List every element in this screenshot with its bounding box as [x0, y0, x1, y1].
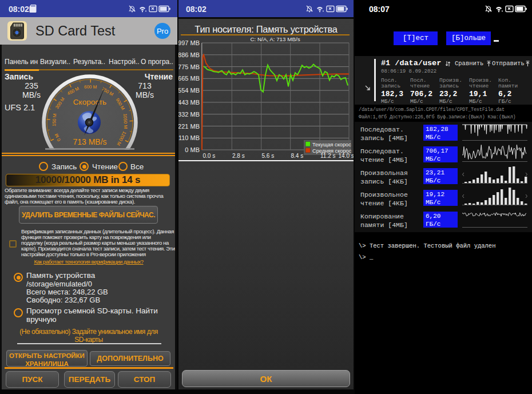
svg-text:8.4 s: 8.4 s — [291, 153, 304, 159]
svg-text:713 MB/s: 713 MB/s — [73, 137, 106, 146]
svg-text:14.0 s: 14.0 s — [339, 153, 354, 159]
svg-text:554 MB: 554 MB — [178, 87, 200, 94]
svg-text:110 MB: 110 MB — [178, 134, 200, 141]
svg-text:0 MB: 0 MB — [185, 146, 200, 153]
svg-text:Скорость: Скорость — [73, 98, 106, 106]
svg-text:443 MB: 443 MB — [178, 99, 200, 106]
svg-text:Текущая скорос: Текущая скорос — [312, 142, 351, 148]
svg-text:C: N/A, A: 713 MB/s: C: N/A, A: 713 MB/s — [250, 36, 300, 42]
svg-text:0.0 s: 0.0 s — [203, 153, 216, 159]
svg-text:886 MB: 886 MB — [178, 51, 200, 58]
svg-text:665 MB: 665 MB — [178, 75, 200, 82]
svg-text:332 MB: 332 MB — [178, 111, 200, 118]
svg-text:221 MB: 221 MB — [178, 123, 200, 130]
svg-text:150 M: 150 M — [51, 113, 58, 126]
svg-text:11.2 s: 11.2 s — [320, 153, 336, 159]
svg-text:997 MB: 997 MB — [178, 39, 200, 46]
svg-text:2.8 s: 2.8 s — [232, 153, 245, 159]
svg-text:775 MB: 775 MB — [178, 63, 200, 70]
svg-text:1050 M: 1050 M — [122, 113, 128, 129]
svg-text:5.6 s: 5.6 s — [262, 153, 275, 159]
svg-text:600 M: 600 M — [84, 84, 97, 89]
